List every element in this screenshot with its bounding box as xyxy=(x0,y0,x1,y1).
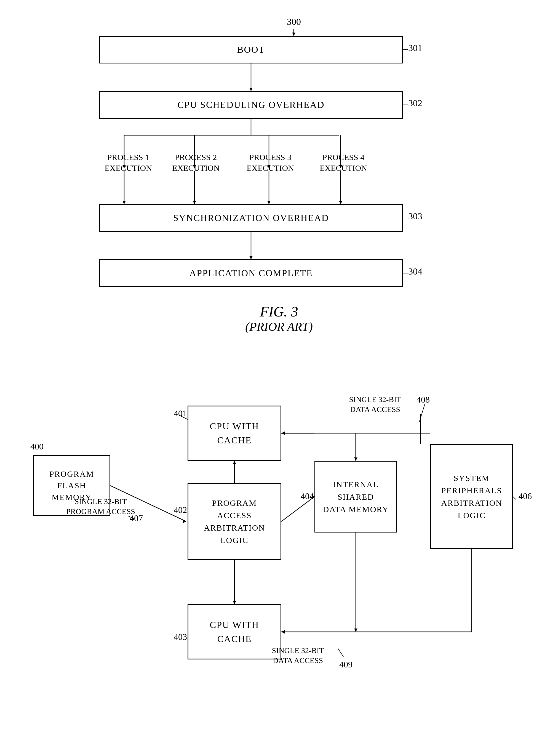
ref-404: 404 xyxy=(301,491,314,501)
ref-408: 408 xyxy=(416,395,430,405)
box-sys-peripherals: SYSTEMPERIPHERALSARBITRATIONLOGIC xyxy=(430,444,513,549)
svg-line-53 xyxy=(338,648,344,657)
ref-301: 301 xyxy=(408,43,422,53)
fig4-title: FIG. 4 xyxy=(22,754,536,756)
svg-line-56 xyxy=(419,404,425,422)
svg-marker-32 xyxy=(233,461,236,464)
ref-407: 407 xyxy=(130,513,143,523)
process4-label: PROCESS 4EXECUTION xyxy=(314,152,372,173)
process3-label: PROCESS 3EXECUTION xyxy=(243,152,298,173)
label-407: SINGLE 32-BITPROGRAM ACCESS xyxy=(64,497,138,517)
svg-marker-19 xyxy=(267,201,271,204)
box-boot: BOOT xyxy=(99,36,403,64)
fig4-diagram: PROGRAMFLASHMEMORY 400 CPU WITHCACHE 401… xyxy=(22,356,536,756)
page: 300 BOOT 301 CPU SCHEDULING OVERHEAD 302… xyxy=(0,0,558,756)
svg-marker-49 xyxy=(354,629,357,632)
ref-400: 400 xyxy=(30,442,44,452)
box-cpu-scheduling: CPU SCHEDULING OVERHEAD xyxy=(99,91,403,119)
svg-marker-3 xyxy=(249,88,253,91)
svg-marker-1 xyxy=(292,32,296,36)
box-cpu-cache-401: CPU WITHCACHE xyxy=(187,406,281,461)
box-prog-access-arb: PROGRAMACCESSARBITRATIONLOGIC xyxy=(187,483,281,560)
svg-marker-23 xyxy=(249,256,253,259)
svg-marker-52 xyxy=(281,630,285,633)
ref-303: 303 xyxy=(408,211,422,222)
ref-401: 401 xyxy=(174,408,187,419)
ref-302: 302 xyxy=(408,98,422,108)
process1-label: PROCESS 1EXECUTION xyxy=(102,152,154,173)
ref-402: 402 xyxy=(174,505,187,515)
svg-marker-34 xyxy=(281,431,285,435)
box-app-complete: APPLICATION COMPLETE xyxy=(99,259,403,287)
ref-304: 304 xyxy=(408,266,422,277)
svg-marker-15 xyxy=(123,201,126,204)
ref-406: 406 xyxy=(518,491,532,501)
svg-marker-29 xyxy=(183,520,186,523)
label-409: SINGLE 32-BITDATA ACCESS xyxy=(262,646,334,666)
fig3-title: FIG. 3 (PRIOR ART) xyxy=(22,303,536,334)
label-408: SINGLE 32-BITDATA ACCESS xyxy=(339,395,411,415)
fig3-diagram: 300 BOOT 301 CPU SCHEDULING OVERHEAD 302… xyxy=(22,17,536,334)
process2-label: PROCESS 2EXECUTION xyxy=(168,152,223,173)
svg-marker-40 xyxy=(354,457,357,461)
ref-403: 403 xyxy=(174,632,187,642)
svg-marker-47 xyxy=(281,630,285,633)
ref-409: 409 xyxy=(339,659,353,670)
svg-marker-17 xyxy=(193,201,196,204)
ref-300: 300 xyxy=(287,17,301,27)
svg-marker-21 xyxy=(339,201,342,204)
box-internal-shared-data: INTERNALSHAREDDATA MEMORY xyxy=(314,461,397,532)
box-sync: SYNCHRONIZATION OVERHEAD xyxy=(99,204,403,232)
svg-marker-44 xyxy=(233,601,236,604)
svg-line-57 xyxy=(513,497,516,499)
